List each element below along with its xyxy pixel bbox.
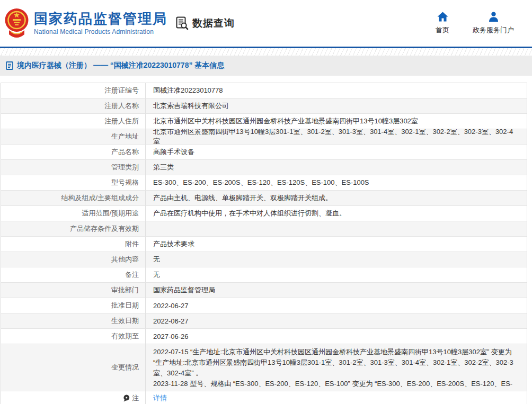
site-subtitle: National Medical Products Administration (34, 28, 167, 35)
table-row-remarks: 备注 无 (1, 267, 527, 283)
note-icon (123, 394, 130, 402)
table-row-other-content: 其他内容 无 (1, 252, 527, 267)
row-label: 注册人名称 (1, 98, 146, 113)
top-nav: 首页 政务服务门户 (436, 12, 518, 35)
row-value: 无 (146, 267, 527, 282)
row-label: 注册人住所 (1, 114, 146, 129)
data-query-tab[interactable]: 数据查询 (176, 16, 235, 30)
hatch-strip (0, 48, 532, 56)
home-icon (437, 12, 448, 22)
table-row-attachment: 附件 产品技术要求 (1, 237, 527, 252)
table-row-expiry-date: 有效期至 2027-06-26 (1, 329, 527, 344)
row-value: 产品技术要求 (146, 237, 527, 252)
details-link[interactable]: 详情 (153, 393, 167, 403)
row-label: 管理类别 (1, 160, 146, 175)
nav-portal[interactable]: 政务服务门户 (473, 12, 514, 35)
row-label: 批准日期 (1, 298, 146, 313)
table-row-approval-date: 批准日期 2022-06-27 (1, 298, 527, 313)
row-label: 附件 (1, 237, 146, 252)
nav-home[interactable]: 首页 (436, 12, 449, 35)
table-row-reg-number: 注册证编号 国械注准20223010778 (1, 83, 527, 98)
row-label: 备注 (1, 267, 146, 282)
table-row-storage-conditions: 产品储存条件及有效期 (1, 221, 527, 237)
row-label: 生效日期 (1, 313, 146, 328)
table-row-registrant-address: 注册人住所 北京市通州区中关村科技园区通州园金桥科技产业基地景盛南四街甲13号1… (1, 114, 527, 129)
row-label: 产品名称 (1, 145, 146, 159)
table-row-management-class: 管理类别 第三类 (1, 160, 527, 175)
document-list-icon (6, 61, 13, 70)
table-row-composition: 结构及组成/主要组成成分 产品由主机、电源线、单极脚踏开关、双极脚踏开关组成。 (1, 191, 527, 206)
change-paragraph: 2023-11-28 型号、规格由 “ES-300、ES-200、ES-120、… (153, 379, 519, 391)
registration-info-table: 注册证编号 国械注准20223010778 注册人名称 北京索吉瑞科技有限公司 … (1, 83, 527, 404)
data-query-label: 数据查询 (192, 16, 235, 30)
row-value: 2027-06-26 (146, 329, 527, 344)
table-row-approval-department: 审批部门 国家药品监督管理局 (1, 283, 527, 298)
brand-text: 国家药品监督管理局 National Medical Products Admi… (34, 11, 167, 36)
row-value: 详情 (146, 391, 527, 404)
table-row-model-spec: 型号规格 ES-300、ES-200、ES-200S、ES-120、ES-120… (1, 175, 527, 191)
row-label: 结构及组成/主要组成成分 (1, 191, 146, 205)
table-row-production-address: 生产地址 北京市通州区景盛南四街甲13号10幢3层301-1室、301-2室、3… (1, 129, 527, 145)
row-label: 变更情况 (1, 344, 146, 391)
row-label: 型号规格 (1, 175, 146, 190)
row-value (146, 221, 527, 236)
row-value: 2022-07-15 “生产地址:北京市通州区中关村科技园区通州园金桥科技产业基… (146, 344, 527, 391)
row-label: 审批部门 (1, 283, 146, 298)
row-label: 其他内容 (1, 252, 146, 267)
table-row-note: 注 详情 (1, 391, 527, 404)
table-row-effective-date: 生效日期 2022-06-27 (1, 313, 527, 329)
row-label: 适用范围/预期用途 (1, 206, 146, 221)
table-row-change-history: 变更情况 2022-07-15 “生产地址:北京市通州区中关村科技园区通州园金桥… (1, 344, 527, 391)
row-value: 产品由主机、电源线、单极脚踏开关、双极脚踏开关组成。 (146, 191, 527, 205)
change-paragraph: 2022-07-15 “生产地址:北京市通州区中关村科技园区通州园金桥科技产业基… (153, 347, 519, 379)
row-label: 产品储存条件及有效期 (1, 221, 146, 236)
row-value: 北京市通州区景盛南四街甲13号10幢3层301-1室、301-2室、301-3室… (146, 129, 527, 144)
note-label: 注 (132, 393, 139, 403)
row-value: 产品在医疗机构中使用，在手术中对人体组织进行切割、凝血。 (146, 206, 527, 221)
table-row-product-name: 产品名称 高频手术设备 (1, 145, 527, 160)
nav-portal-label: 政务服务门户 (473, 25, 514, 35)
row-value: 国家药品监督管理局 (146, 283, 527, 298)
table-row-intended-use: 适用范围/预期用途 产品在医疗机构中使用，在手术中对人体组织进行切割、凝血。 (1, 206, 527, 221)
row-value: ES-300、ES-200、ES-200S、ES-120、ES-120S、ES-… (146, 175, 527, 190)
row-label: 注册证编号 (1, 83, 146, 98)
row-value: 第三类 (146, 160, 527, 175)
brand: 国家药品监督管理局 National Medical Products Admi… (4, 6, 167, 41)
row-label: 注 (1, 391, 146, 404)
row-value: 高频手术设备 (146, 145, 527, 159)
row-value: 2022-06-27 (146, 298, 527, 313)
data-query-icon (176, 16, 189, 30)
site-title: 国家药品监督管理局 (34, 11, 167, 27)
user-icon (488, 12, 499, 22)
row-value: 国械注准20223010778 (146, 83, 527, 98)
row-label: 生产地址 (1, 129, 146, 144)
national-emblem-logo (4, 6, 29, 41)
nav-home-label: 首页 (436, 25, 449, 35)
row-value: 北京索吉瑞科技有限公司 (146, 98, 527, 113)
site-header: 国家药品监督管理局 National Medical Products Admi… (0, 0, 532, 47)
row-value: 北京市通州区中关村科技园区通州园金桥科技产业基地景盛南四街甲13号10幢3层30… (146, 114, 527, 129)
row-label: 有效期至 (1, 329, 146, 344)
row-value: 2022-06-27 (146, 313, 527, 328)
table-row-registrant-name: 注册人名称 北京索吉瑞科技有限公司 (1, 98, 527, 114)
page: 国家药品监督管理局 National Medical Products Admi… (0, 0, 532, 404)
row-value: 无 (146, 252, 527, 267)
breadcrumb: 境内医疗器械（注册） —— “国械注准20223010778” 基本信息 (0, 56, 532, 76)
breadcrumb-text: 境内医疗器械（注册） —— “国械注准20223010778” 基本信息 (17, 61, 224, 70)
